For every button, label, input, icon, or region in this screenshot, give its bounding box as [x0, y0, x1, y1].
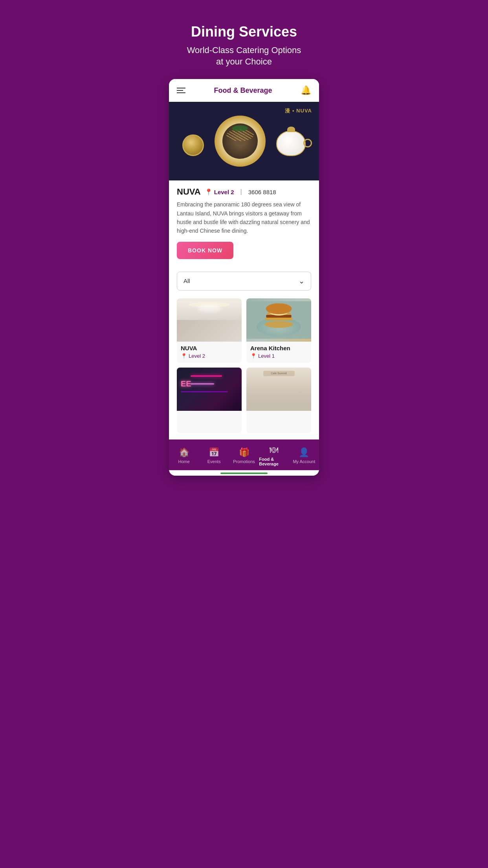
svg-point-10	[264, 321, 293, 327]
app-header: Food & Beverage 🔔	[169, 79, 319, 102]
outer-wrapper: Dining Services World-Class Catering Opt…	[163, 0, 325, 476]
restaurant-description: Embracing the panoramic 180 degrees sea …	[177, 200, 311, 235]
greens-decoration	[232, 125, 248, 131]
page-title: Dining Services	[171, 24, 317, 40]
card-restaurant-name	[181, 414, 238, 421]
page-subtitle: World-Class Catering Optionsat your Choi…	[171, 45, 317, 67]
hamburger-menu-icon[interactable]	[177, 88, 185, 93]
bell-icon[interactable]: 🔔	[301, 85, 311, 96]
card-pin-icon: 📍	[181, 353, 187, 359]
restaurant-card-info: Arena Kitchen 📍 Level 1	[246, 342, 311, 363]
restaurant-card[interactable]: NUVA 📍 Level 2	[177, 298, 242, 363]
nav-item-my-account[interactable]: 👤 My Account	[289, 446, 319, 465]
app-header-title: Food & Beverage	[214, 86, 272, 95]
nav-item-food-beverage[interactable]: 🍽 Food & Beverage	[259, 443, 289, 468]
neon-card-image: EE	[177, 368, 242, 411]
nuva-card-image	[177, 298, 242, 342]
svg-rect-5	[182, 322, 185, 330]
nav-label-promotions: Promotions	[233, 459, 255, 464]
tea-cup-decoration	[182, 134, 204, 156]
card-location: 📍 Level 2	[181, 353, 238, 359]
card-location	[250, 422, 307, 429]
cafe-card-image: Cafe Summit	[246, 368, 311, 411]
phone-divider: |	[240, 188, 242, 195]
home-icon: 🏠	[179, 447, 189, 458]
teapot-handle	[303, 139, 312, 147]
svg-point-16	[266, 303, 292, 314]
teapot-body	[276, 131, 306, 156]
restaurant-name: NUVA	[177, 187, 201, 197]
restaurant-card-info: NUVA 📍 Level 2	[177, 342, 242, 363]
bottom-navigation: 🏠 Home 📅 Events 🎁 Promotions 🍽 Food & Be…	[169, 440, 319, 470]
card-level: Level 2	[189, 353, 205, 359]
arena-kitchen-card-image	[246, 298, 311, 342]
card-level: Level 1	[258, 353, 275, 359]
nav-item-home[interactable]: 🏠 Home	[169, 446, 199, 465]
restaurant-info: NUVA 📍 Level 2 | 3606 8818 Embracing the…	[169, 180, 319, 265]
nav-label-my-account: My Account	[293, 459, 315, 464]
svg-rect-4	[225, 320, 238, 332]
hero-image: 漫 • NUVA	[169, 102, 319, 180]
food-beverage-icon: 🍽	[270, 445, 278, 455]
card-restaurant-name: NUVA	[181, 345, 238, 351]
nav-label-food-beverage: Food & Beverage	[259, 457, 289, 466]
filter-section: All ⌄	[169, 265, 319, 297]
svg-rect-6	[202, 322, 205, 330]
svg-rect-3	[204, 320, 221, 332]
restaurant-name-row: NUVA 📍 Level 2 | 3606 8818	[177, 187, 311, 197]
restaurant-phone: 3606 8818	[248, 189, 276, 195]
card-restaurant-name: Arena Kitchen	[250, 345, 307, 351]
location-badge: 📍 Level 2	[205, 188, 234, 196]
nav-label-home: Home	[178, 459, 190, 464]
filter-dropdown[interactable]: All ⌄	[177, 272, 311, 291]
restaurant-level: Level 2	[214, 189, 234, 195]
nav-item-events[interactable]: 📅 Events	[199, 446, 229, 465]
svg-rect-11	[265, 318, 292, 320]
card-location: 📍 Level 1	[250, 353, 307, 359]
svg-point-1	[189, 302, 229, 307]
card-pin-icon: 📍	[250, 353, 257, 359]
restaurant-card[interactable]: EE	[177, 368, 242, 433]
home-indicator	[220, 473, 268, 474]
restaurant-card[interactable]: Arena Kitchen 📍 Level 1	[246, 298, 311, 363]
app-card: Food & Beverage 🔔 漫 • NUVA NUVA	[169, 79, 319, 476]
card-restaurant-name	[250, 414, 307, 421]
svg-rect-0	[177, 301, 242, 339]
restaurant-card-info	[246, 411, 311, 433]
teapot-decoration	[276, 131, 306, 156]
events-icon: 📅	[209, 447, 219, 458]
location-pin-icon: 📍	[205, 188, 213, 196]
filter-label: All	[183, 278, 190, 284]
book-now-button[interactable]: BOOK NOW	[177, 242, 233, 259]
card-location	[181, 422, 238, 429]
main-plate-decoration	[215, 116, 266, 167]
nuva-watermark: 漫 • NUVA	[285, 107, 312, 114]
restaurant-card[interactable]: Cafe Summit	[246, 368, 311, 433]
chevron-down-icon: ⌄	[299, 277, 305, 285]
svg-rect-2	[183, 320, 200, 332]
page-header: Dining Services World-Class Catering Opt…	[163, 16, 325, 79]
restaurants-grid: NUVA 📍 Level 2	[169, 297, 319, 440]
svg-rect-7	[223, 322, 226, 330]
my-account-icon: 👤	[299, 447, 309, 458]
restaurant-card-info	[177, 411, 242, 433]
nav-item-promotions[interactable]: 🎁 Promotions	[229, 446, 259, 465]
nav-label-events: Events	[207, 459, 221, 464]
promotions-icon: 🎁	[239, 447, 250, 458]
food-pile-decoration	[222, 123, 258, 159]
